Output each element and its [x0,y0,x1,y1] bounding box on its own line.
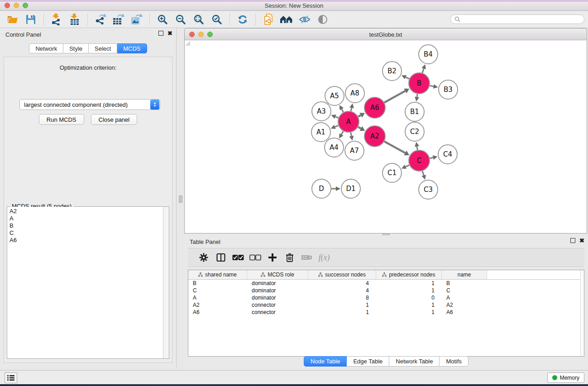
show-panels-button[interactable] [5,372,17,383]
table-cell[interactable]: connector [247,309,308,316]
edge-B-B2[interactable] [406,77,409,79]
close-panel-icon[interactable]: ✖ [579,238,584,243]
table-tab-edge-table[interactable]: Edge Table [347,356,389,367]
table-cell[interactable]: 4 [308,287,376,294]
hide-selected-button[interactable] [296,12,314,27]
column-visibility-button[interactable] [212,250,229,265]
table-cell[interactable]: 1 [376,301,442,309]
close-panel-icon[interactable]: ✖ [167,31,172,36]
table-cell[interactable]: dominator [247,294,308,301]
search-input[interactable] [463,16,580,23]
run-mcds-button[interactable]: Run MCDS [39,114,84,125]
zoom-out-button[interactable] [172,12,190,27]
table-cell[interactable]: 1 [308,301,376,309]
refresh-button[interactable] [234,12,252,27]
column-header-shared-name[interactable]: shared name [188,270,247,279]
result-item[interactable]: C [10,229,161,237]
memory-button[interactable]: Memory [547,372,584,383]
column-header-successor-nodes[interactable]: successor nodes [308,270,376,279]
table-settings-button[interactable] [195,250,212,265]
table-tab-node-table[interactable]: Node Table [304,356,347,367]
table-cell[interactable]: dominator [247,280,308,287]
table-cell[interactable]: A [442,294,487,301]
float-panel-icon[interactable] [570,238,575,243]
control-tab-mcds[interactable]: MCDS [117,43,147,53]
resize-grip-icon[interactable] [185,40,191,46]
edge-B-B4[interactable] [422,68,424,73]
mcds-result-list[interactable]: A2ABCA6 [7,207,169,358]
export-image-button[interactable] [128,12,146,27]
table-cell[interactable]: 1 [308,309,376,316]
result-item[interactable]: A2 [10,208,161,215]
float-panel-icon[interactable] [158,31,163,36]
edge-A-A8[interactable] [351,108,352,111]
table-tab-network-table[interactable]: Network Table [389,356,440,367]
zoom-selected-button[interactable] [208,12,226,27]
edge-C-C4[interactable] [430,157,433,158]
edge-A-A4[interactable] [341,131,343,134]
edge-C-C3[interactable] [422,171,424,176]
table-cell[interactable]: 1 [376,287,442,294]
table-row[interactable]: Adominator80A [188,294,584,301]
table-scrollbar[interactable] [580,270,584,356]
control-tab-network[interactable]: Network [29,43,63,53]
table-cell[interactable]: dominator [247,287,308,294]
open-file-button[interactable] [4,12,22,27]
table-cell[interactable]: A6 [188,309,247,316]
table-cell[interactable]: 1 [376,280,442,287]
result-item[interactable]: A [10,215,161,222]
table-cell[interactable]: 0 [376,294,442,301]
column-header-MCDS-role[interactable]: MCDS role [247,270,308,279]
first-neighbors-button[interactable] [277,12,296,27]
edge-C-C1[interactable] [406,165,409,167]
node-table[interactable]: shared nameMCDS rolesuccessor nodesprede… [188,270,584,357]
edge-C-C2[interactable] [417,147,417,150]
network-graph[interactable]: B4B2BB3A5A8A6B1A3AC2A1A2A4A7C4CC1C3DD1 [185,40,587,233]
zoom-fit-button[interactable] [190,12,208,27]
control-tab-select[interactable]: Select [89,43,117,53]
control-tab-style[interactable]: Style [63,43,89,53]
delete-column-button[interactable] [281,250,298,265]
table-cell[interactable]: B [442,280,487,287]
table-row[interactable]: Cdominator41C [188,287,584,294]
edge-A-A1[interactable] [335,125,339,127]
export-table-button[interactable] [110,12,128,27]
duplicate-network-button[interactable] [259,12,277,27]
import-table-button[interactable] [66,12,84,27]
edge-B-B1[interactable] [417,94,417,97]
export-network-button[interactable] [91,12,110,27]
edge-A-A5[interactable] [342,109,344,112]
close-panel-button[interactable]: Close panel [91,114,138,125]
import-network-button[interactable] [48,12,66,27]
table-row[interactable]: A2connector11A2 [188,301,584,309]
deselect-all-button[interactable] [247,250,264,265]
edge-A-A7[interactable] [351,133,352,136]
zoom-in-button[interactable] [153,12,172,27]
table-cell[interactable]: 4 [308,280,376,287]
table-cell[interactable]: connector [247,301,308,309]
table-row[interactable]: A6connector11A6 [188,309,584,316]
add-column-button[interactable] [264,250,281,265]
result-item[interactable]: A6 [10,237,161,244]
table-cell[interactable]: C [188,287,247,294]
table-cell[interactable]: 1 [376,309,442,316]
select-all-button[interactable] [229,250,247,265]
table-cell[interactable]: A2 [188,301,247,309]
edge-A-A3[interactable] [335,117,339,118]
show-all-button[interactable] [314,12,332,27]
table-tab-motifs[interactable]: Motifs [440,356,468,367]
table-row[interactable]: Bdominator41B [188,280,584,287]
table-cell[interactable]: B [188,280,247,287]
edge-B-B3[interactable] [430,86,433,86]
optimization-criterion-dropdown[interactable]: largest connected component (directed) ▲… [19,99,160,110]
edge-A-A6[interactable] [358,115,361,116]
save-session-button[interactable] [22,12,40,27]
result-item[interactable]: B [10,222,161,229]
network-canvas[interactable]: B4B2BB3A5A8A6B1A3AC2A1A2A4A7C4CC1C3DD1 [184,40,587,234]
network-window-titlebar[interactable]: testGlobe.txt [184,28,587,40]
table-cell[interactable]: A [188,294,247,301]
table-cell[interactable]: C [442,287,487,294]
edge-A2-C[interactable] [384,142,405,153]
table-cell[interactable]: A2 [442,301,487,309]
column-header-name[interactable]: name [442,270,487,279]
